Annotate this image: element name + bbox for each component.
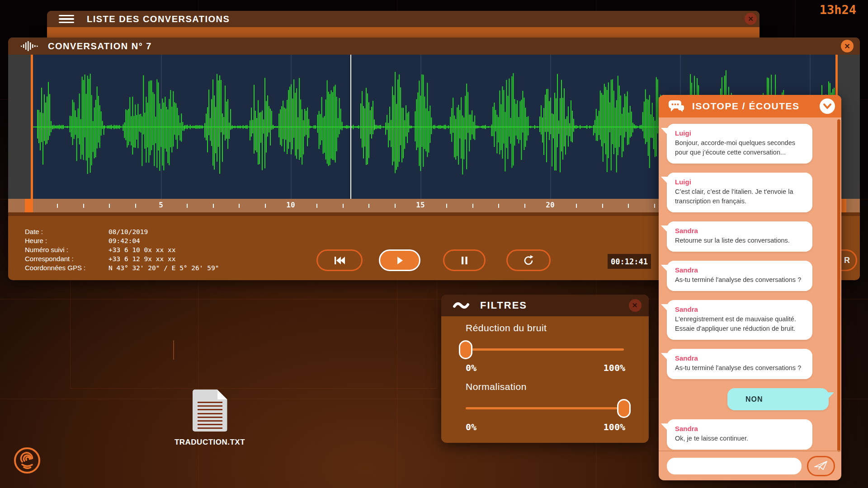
slider-min-label: 0%: [466, 362, 476, 373]
timeline-tick: [109, 204, 110, 208]
timeline-tick: [368, 204, 369, 208]
pause-icon: [461, 256, 468, 265]
chat-author: Sandra: [675, 227, 804, 235]
paper-plane-icon: [814, 460, 828, 471]
waveform-gridline: [161, 55, 162, 199]
chat-author: Sandra: [675, 305, 804, 313]
timeline-tick: [576, 204, 577, 208]
metadata-row: Date :08/10/2019: [25, 227, 219, 236]
metadata-row: Correspondant :+33 6 12 9x xx xx: [25, 254, 219, 263]
chat-message-bubble: SandraL'enregistrement est de mauvaise q…: [667, 300, 812, 340]
timeline-label: 15: [416, 201, 425, 209]
text-document-icon[interactable]: [193, 389, 227, 432]
slider-min-label: 0%: [466, 422, 476, 432]
timeline-tick: [316, 204, 317, 208]
timeline-tick: [83, 204, 84, 208]
play-icon: [396, 256, 403, 265]
slider-max-label: 100%: [604, 362, 625, 373]
timeline-tick: [239, 204, 240, 208]
timeline-label: 10: [286, 201, 295, 209]
chat-message-text: Ok, je te laisse continuer.: [675, 434, 804, 443]
replay-icon: [523, 255, 534, 266]
skip-start-icon: [334, 256, 346, 265]
chat-message-list: LuigiBonjour, accorde-moi quelques secon…: [659, 117, 836, 450]
slider-max-label: 100%: [604, 422, 625, 432]
file-traduction-txt[interactable]: TRADUCTION.TXT: [174, 389, 245, 447]
noise-reduction-thumb[interactable]: [459, 340, 472, 359]
metadata-row: Heure :09:42:04: [25, 236, 219, 245]
skip-to-start-button[interactable]: [316, 249, 363, 271]
desktop-grid-line: [173, 340, 174, 360]
chat-message-text: L'enregistrement est de mauvaise qualité…: [675, 314, 804, 333]
chat-scrollbar[interactable]: [837, 119, 840, 452]
chat-panel-isotope: ISOTOPE / ÉCOUTES LuigiBonjour, accorde-…: [659, 95, 841, 480]
chat-author: Luigi: [675, 129, 804, 137]
document-text-lines: [198, 402, 222, 429]
liste-window-titlebar[interactable]: LISTE DES CONVERSATIONS: [47, 11, 760, 27]
chat-message-text: As-tu terminé l'analyse des conversation…: [675, 363, 804, 373]
slider-label: Normalisation: [466, 381, 527, 392]
metadata-row: Coordonnées GPS :N 43° 32' 20" / E 5° 26…: [25, 263, 219, 272]
timeline-handle-left[interactable]: [25, 199, 33, 212]
chat-panel-titlebar[interactable]: ISOTOPE / ÉCOUTES: [659, 95, 841, 117]
wave-icon: [452, 300, 470, 310]
chat-reply-bubble: NON: [727, 388, 829, 410]
window-filtres: FILTRES ✕ Réduction du bruit 0% 100% Nor…: [441, 295, 649, 443]
file-label: TRADUCTION.TXT: [174, 438, 245, 447]
conversation-window-title: CONVERSATION N° 7: [48, 41, 152, 52]
hamburger-icon[interactable]: [59, 15, 74, 23]
chat-message-text: As-tu terminé l'analyse des conversation…: [675, 275, 804, 285]
timeline-tick: [213, 204, 214, 208]
conversation-window-titlebar[interactable]: CONVERSATION N° 7: [8, 38, 860, 55]
timeline-tick: [135, 204, 136, 208]
timeline-tick: [628, 204, 629, 208]
chat-message-text: Retourne sur la liste des conversations.: [675, 236, 804, 245]
timeline-tick: [498, 204, 499, 208]
selection-marker-left[interactable]: [31, 55, 33, 199]
chat-send-button[interactable]: [807, 456, 835, 476]
filters-window-title: FILTRES: [480, 300, 527, 311]
normalisation-thumb[interactable]: [617, 399, 631, 418]
timeline-tick: [265, 204, 266, 208]
chat-message-bubble: SandraAs-tu terminé l'analyse des conver…: [667, 349, 812, 379]
play-button[interactable]: [379, 249, 420, 271]
normalisation-track[interactable]: [466, 407, 624, 409]
chat-message-bubble: LuigiC’est clair, c’est de l’italien. Je…: [667, 173, 812, 212]
chat-message-input[interactable]: [667, 458, 802, 474]
filters-close-button[interactable]: ✕: [629, 299, 642, 312]
timeline-tick: [446, 204, 447, 208]
chat-message-bubble: LuigiBonjour, accorde-moi quelques secon…: [667, 124, 812, 164]
system-clock: 13h24: [820, 3, 856, 17]
slider-label: Réduction du bruit: [466, 323, 547, 333]
call-metadata: Date :08/10/2019 Heure :09:42:04 Numéro …: [25, 227, 219, 272]
pause-button[interactable]: [443, 249, 486, 271]
page-fold: [217, 389, 227, 399]
timeline-tick: [343, 204, 344, 208]
waveform-gridline: [420, 55, 421, 199]
liste-window-title: LISTE DES CONVERSATIONS: [87, 14, 230, 24]
liste-close-button[interactable]: ✕: [745, 13, 757, 25]
chat-author: Sandra: [675, 266, 804, 274]
chat-author: Luigi: [675, 178, 804, 186]
desktop: 13h24 TRADUCTION.TXT LISTE DES CONVERSAT…: [0, 0, 868, 488]
chat-bubbles-icon: [668, 99, 685, 113]
noise-reduction-track[interactable]: [466, 348, 624, 351]
timeline-tick: [395, 204, 396, 208]
replay-button[interactable]: [506, 249, 551, 271]
chat-author: Sandra: [675, 354, 804, 362]
timeline-tick: [57, 204, 58, 208]
chat-message-bubble: SandraAs-tu terminé l'analyse des conver…: [667, 261, 812, 291]
waveform-icon: [20, 41, 40, 52]
chat-author: Sandra: [675, 425, 804, 432]
chat-collapse-button[interactable]: [820, 99, 835, 114]
timeline-tick: [602, 204, 603, 208]
conversation-close-button[interactable]: ✕: [841, 40, 854, 52]
chat-message-text: Bonjour, accorde-moi quelques secondes p…: [675, 138, 804, 157]
timeline-tick: [187, 204, 188, 208]
chat-message-text: C’est clair, c’est de l’italien. Je t'en…: [675, 187, 804, 206]
chat-panel-title: ISOTOPE / ÉCOUTES: [692, 101, 800, 112]
filters-window-titlebar[interactable]: FILTRES ✕: [441, 295, 649, 316]
fingerprint-icon: [13, 446, 42, 477]
playhead-cursor: [350, 55, 351, 199]
partial-button-label: R: [844, 256, 850, 265]
